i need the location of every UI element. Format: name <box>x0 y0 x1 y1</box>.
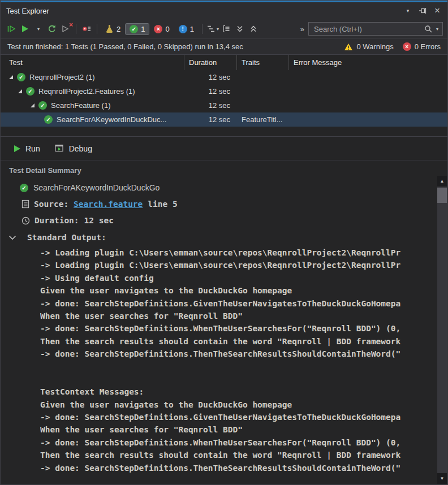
errors-indicator[interactable]: × 0 Errors <box>403 42 441 51</box>
pin-icon[interactable] <box>416 5 429 17</box>
output-line: Given the user navigates to the DuckDuck… <box>40 286 434 298</box>
expander-icon[interactable] <box>9 75 13 79</box>
test-tree-row[interactable]: ✓ SearchFeature (1) 12 sec <box>1 98 447 112</box>
detail-test-name: SearchForAKeywordInDuckDuckGo <box>33 183 160 192</box>
expander-icon[interactable] <box>31 103 35 107</box>
run-icon <box>14 145 20 152</box>
run-settings-icon[interactable] <box>80 22 93 36</box>
cancel-x-icon: × <box>69 21 73 28</box>
output-line: Then the search results should contain t… <box>40 451 434 463</box>
column-header-error-message[interactable]: Error Message <box>289 55 447 70</box>
search-icon[interactable] <box>424 25 432 33</box>
duration-label: Duration: <box>35 216 79 225</box>
scrollbar-thumb[interactable] <box>437 188 447 203</box>
toolbar-overflow-icon[interactable]: » <box>300 25 304 33</box>
filter-failed-tests[interactable]: × 0 <box>150 24 173 34</box>
failed-count: 0 <box>165 25 169 33</box>
detail-scrollbar[interactable]: ▲ ▼ <box>437 176 447 484</box>
column-header-traits[interactable]: Traits <box>237 55 289 70</box>
duration-cell: 12 sec <box>184 101 237 110</box>
test-tree-row[interactable]: ✓ ReqnrollProject2 (1) 12 sec <box>1 70 447 84</box>
error-icon: × <box>403 42 411 51</box>
close-icon[interactable]: × <box>430 5 444 17</box>
search-dropdown-icon[interactable]: ▾ <box>436 27 438 32</box>
source-file-link[interactable]: Search.feature <box>74 200 143 209</box>
passed-icon: ✓ <box>44 115 53 124</box>
standard-output-section: Standard Output: <box>8 233 447 242</box>
run-button[interactable] <box>19 22 31 36</box>
scroll-up-icon[interactable]: ▲ <box>437 176 447 187</box>
source-line-number: line 5 <box>148 200 177 209</box>
test-explorer-panel: Test Explorer ▾ × ▾ × 2 <box>0 0 448 485</box>
warnings-indicator[interactable]: 0 Warnings <box>344 42 393 51</box>
passed-icon: ✓ <box>26 87 35 96</box>
test-node-label: ReqnrollProject2 (1) <box>29 73 95 81</box>
expand-all-icon[interactable] <box>247 22 260 36</box>
run-label: Run <box>25 144 40 153</box>
output-line <box>40 362 434 375</box>
failed-icon: × <box>154 25 162 33</box>
source-line: Source: Search.feature line 5 <box>21 200 447 209</box>
output-line: -> done: SearchStepDefinitions.WhenTheUs… <box>40 438 434 451</box>
column-header-test[interactable]: Test <box>1 55 184 70</box>
output-line: -> done: SearchStepDefinitions.GivenTheU… <box>40 299 434 311</box>
search-box[interactable]: ▾ <box>308 22 443 36</box>
play-icon <box>22 25 28 32</box>
test-tree-row[interactable]: ✓ ReqnrollProject2.Features (1) 12 sec <box>1 84 447 98</box>
filter-total-tests[interactable]: 2 <box>101 23 124 34</box>
document-icon <box>21 200 29 209</box>
run-dropdown-icon[interactable]: ▾ <box>32 22 45 36</box>
output-line <box>40 375 434 387</box>
group-by-button[interactable]: ▾ <box>206 22 219 36</box>
warning-icon <box>344 43 353 51</box>
source-label: Source: <box>34 200 68 209</box>
cancel-run-icon[interactable]: × <box>59 22 72 36</box>
passed-icon: ✓ <box>130 25 138 33</box>
toolbar: ▾ × 2 ✓ 1 × 0 ! 1 ▾ <box>1 19 447 38</box>
errors-count: 0 Errors <box>415 42 441 51</box>
output-line: -> done: SearchStepDefinitions.ThenTheSe… <box>40 349 434 362</box>
test-node-label: SearchForAKeywordInDuckDuc... <box>57 115 166 124</box>
repeat-last-run-icon[interactable] <box>46 22 58 36</box>
filter-other-tests[interactable]: ! 1 <box>175 24 198 34</box>
passed-count: 1 <box>141 25 145 33</box>
output-line: TestContext Messages: <box>40 387 434 400</box>
run-all-tests-button[interactable] <box>5 22 18 36</box>
debug-icon <box>55 144 64 153</box>
output-line: Then the search results should contain t… <box>40 337 434 349</box>
chevron-down-icon[interactable] <box>8 235 16 240</box>
window-controls: ▾ × <box>401 5 444 17</box>
debug-button[interactable]: Debug <box>55 144 92 153</box>
output-line: When the user searches for "Reqnroll BDD… <box>40 425 434 438</box>
test-node-label: ReqnrollProject2.Features (1) <box>38 87 135 96</box>
window-menu-icon[interactable]: ▾ <box>401 5 415 17</box>
duration-line: Duration: 12 sec <box>21 216 447 225</box>
grid-header: Test Duration Traits Error Message <box>1 54 447 70</box>
output-line: -> done: SearchStepDefinitions.ThenTheSe… <box>40 464 434 476</box>
clock-icon <box>21 216 30 225</box>
output-line: -> Loading plugin C:\Users\emman\source\… <box>40 248 434 261</box>
scroll-down-icon[interactable]: ▼ <box>437 473 447 484</box>
search-input[interactable] <box>313 24 420 34</box>
debug-label: Debug <box>69 144 92 153</box>
passed-icon: ✓ <box>38 101 47 110</box>
statusbar: Test run finished: 1 Tests (1 Passed, 0 … <box>1 38 447 54</box>
expander-icon[interactable] <box>18 89 22 93</box>
run-button-detail[interactable]: Run <box>14 144 40 153</box>
output-line: When the user searches for "Reqnroll BDD… <box>40 311 434 324</box>
traits-cell: FeatureTitl... <box>237 115 289 124</box>
test-tree-row-selected[interactable]: ✓ SearchForAKeywordInDuckDuc... 12 sec F… <box>1 112 447 127</box>
output-line: Given the user navigates to the DuckDuck… <box>40 400 434 413</box>
playlist-icon[interactable] <box>220 22 232 36</box>
output-line: -> Using default config <box>40 274 434 286</box>
output-line: -> Loading plugin C:\Users\emman\source\… <box>40 261 434 273</box>
column-header-duration[interactable]: Duration <box>184 55 237 70</box>
filter-passed-tests[interactable]: ✓ 1 <box>126 24 149 34</box>
output-line: -> done: SearchStepDefinitions.WhenTheUs… <box>40 324 434 336</box>
detail-summary-title: Test Detail Summary <box>9 166 447 175</box>
toolbar-separator <box>76 24 76 34</box>
status-message: Test run finished: 1 Tests (1 Passed, 0 … <box>7 42 243 51</box>
collapse-all-icon[interactable] <box>234 22 246 36</box>
detail-test-result[interactable]: ✓ SearchForAKeywordInDuckDuckGo <box>20 183 447 192</box>
duration-cell: 12 sec <box>184 73 237 81</box>
